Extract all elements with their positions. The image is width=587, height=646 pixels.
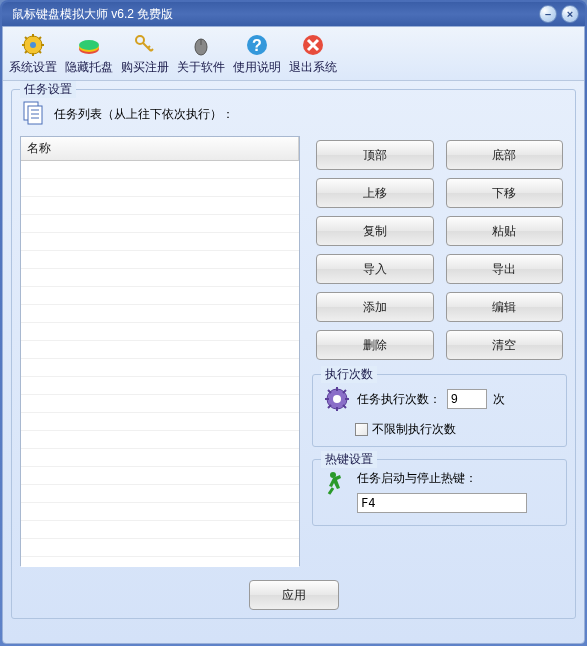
list-column-name[interactable]: 名称	[21, 137, 299, 161]
toolbar-system-settings[interactable]: 系统设置	[5, 31, 61, 78]
top-button[interactable]: 顶部	[316, 140, 434, 170]
list-row[interactable]	[21, 179, 299, 197]
exec-count-input[interactable]	[447, 389, 487, 409]
svg-point-5	[136, 36, 144, 44]
down-button[interactable]: 下移	[446, 178, 564, 208]
list-row[interactable]	[21, 485, 299, 503]
task-settings-group: 任务设置 任务列表（从上往下依次执行）： 名称	[11, 89, 576, 619]
toolbar-buy-register[interactable]: 购买注册	[117, 31, 173, 78]
exec-group: 执行次数 任务执行次数： 次 不限制执行次数	[312, 374, 567, 447]
list-row[interactable]	[21, 287, 299, 305]
help-icon: ?	[245, 33, 269, 57]
hotkey-input[interactable]	[357, 493, 527, 513]
list-row[interactable]	[21, 215, 299, 233]
task-group-title: 任务设置	[20, 81, 76, 98]
app-window: 鼠标键盘模拟大师 v6.2 免费版 – × 系统设置 隐藏托盘 购买注册 关于软…	[0, 0, 587, 646]
copy-button[interactable]: 复制	[316, 216, 434, 246]
list-body[interactable]	[21, 161, 299, 567]
list-row[interactable]	[21, 503, 299, 521]
list-row[interactable]	[21, 431, 299, 449]
unlimited-checkbox[interactable]	[355, 423, 368, 436]
list-row[interactable]	[21, 377, 299, 395]
task-list[interactable]: 名称	[20, 136, 300, 566]
list-row[interactable]	[21, 521, 299, 539]
toolbar-hide-tray[interactable]: 隐藏托盘	[61, 31, 117, 78]
up-button[interactable]: 上移	[316, 178, 434, 208]
button-grid: 顶部 底部 上移 下移 复制 粘贴 导入 导出 添加 编辑 删除 清空	[312, 136, 567, 362]
list-row[interactable]	[21, 197, 299, 215]
gear-icon	[21, 33, 45, 57]
titlebar-buttons: – ×	[539, 5, 579, 23]
unlimited-label: 不限制执行次数	[372, 421, 456, 438]
hotkey-group-title: 热键设置	[321, 451, 377, 468]
hotkey-col: 任务启动与停止热键：	[357, 470, 527, 513]
close-button[interactable]: ×	[561, 5, 579, 23]
list-row[interactable]	[21, 395, 299, 413]
list-row[interactable]	[21, 305, 299, 323]
task-list-label: 任务列表（从上往下依次执行）：	[54, 106, 234, 123]
gear-purple-icon	[323, 385, 351, 413]
edit-button[interactable]: 编辑	[446, 292, 564, 322]
task-list-header: 任务列表（从上往下依次执行）：	[20, 100, 567, 128]
apply-button[interactable]: 应用	[249, 580, 339, 610]
toolbar: 系统设置 隐藏托盘 购买注册 关于软件 ? 使用说明 退出系统	[3, 27, 584, 81]
toolbar-exit[interactable]: 退出系统	[285, 31, 341, 78]
list-row[interactable]	[21, 269, 299, 287]
titlebar[interactable]: 鼠标键盘模拟大师 v6.2 免费版 – ×	[2, 2, 585, 26]
list-row[interactable]	[21, 323, 299, 341]
keys-icon	[133, 33, 157, 57]
exit-icon	[301, 33, 325, 57]
exec-group-title: 执行次数	[321, 366, 377, 383]
export-button[interactable]: 导出	[446, 254, 564, 284]
hotkey-row: 任务启动与停止热键：	[321, 466, 558, 517]
unlimited-row: 不限制执行次数	[355, 421, 558, 438]
toolbar-about[interactable]: 关于软件	[173, 31, 229, 78]
window-title: 鼠标键盘模拟大师 v6.2 免费版	[8, 6, 173, 23]
bottom-button[interactable]: 底部	[446, 140, 564, 170]
svg-text:?: ?	[252, 37, 262, 54]
exec-label: 任务执行次数：	[357, 391, 441, 408]
list-row[interactable]	[21, 449, 299, 467]
paste-button[interactable]: 粘贴	[446, 216, 564, 246]
svg-point-1	[30, 42, 36, 48]
clear-button[interactable]: 清空	[446, 330, 564, 360]
client-area: 系统设置 隐藏托盘 购买注册 关于软件 ? 使用说明 退出系统	[2, 26, 585, 644]
mouse-icon	[189, 33, 213, 57]
exec-row: 任务执行次数： 次	[321, 381, 558, 417]
list-row[interactable]	[21, 539, 299, 557]
list-row[interactable]	[21, 359, 299, 377]
list-row[interactable]	[21, 251, 299, 269]
document-icon	[20, 100, 48, 128]
delete-button[interactable]: 删除	[316, 330, 434, 360]
exec-unit: 次	[493, 391, 505, 408]
right-panel: 顶部 底部 上移 下移 复制 粘贴 导入 导出 添加 编辑 删除 清空	[312, 136, 567, 566]
hotkey-label: 任务启动与停止热键：	[357, 470, 527, 487]
apply-row: 应用	[20, 580, 567, 610]
list-row[interactable]	[21, 341, 299, 359]
list-row[interactable]	[21, 233, 299, 251]
add-button[interactable]: 添加	[316, 292, 434, 322]
hotkey-group: 热键设置 任务启动与停止热键：	[312, 459, 567, 526]
list-row[interactable]	[21, 161, 299, 179]
minimize-button[interactable]: –	[539, 5, 557, 23]
toolbar-help[interactable]: ? 使用说明	[229, 31, 285, 78]
content: 任务设置 任务列表（从上往下依次执行）： 名称	[3, 81, 584, 627]
svg-point-4	[79, 40, 99, 50]
svg-rect-12	[28, 106, 42, 124]
tray-icon	[77, 33, 101, 57]
list-row[interactable]	[21, 467, 299, 485]
import-button[interactable]: 导入	[316, 254, 434, 284]
svg-point-17	[333, 395, 341, 403]
main-area: 名称	[20, 136, 567, 566]
task-list-container: 名称	[20, 136, 300, 566]
run-icon	[323, 470, 351, 498]
list-row[interactable]	[21, 413, 299, 431]
